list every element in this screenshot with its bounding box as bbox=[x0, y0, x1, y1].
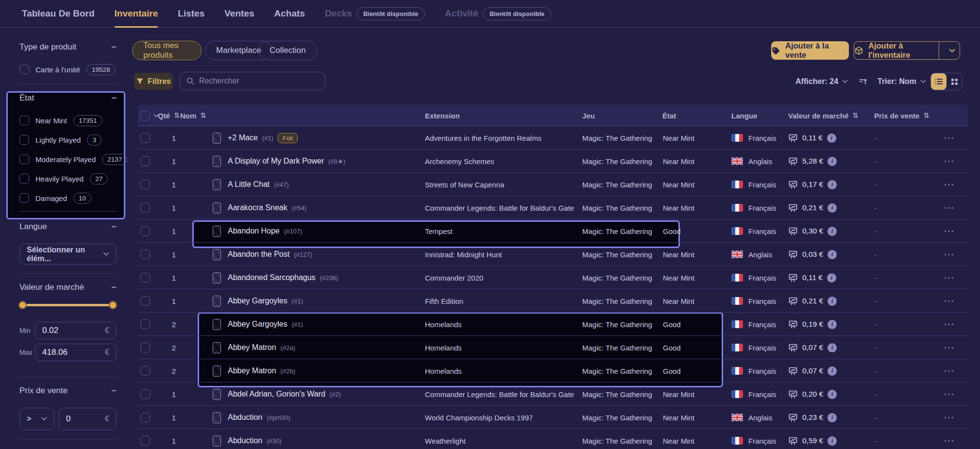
filter-option[interactable]: Moderately Played 2137 bbox=[19, 150, 127, 169]
row-menu-button[interactable]: ⋯ bbox=[944, 313, 963, 336]
table-row[interactable]: 1 +2 Mace (#1) Foil Adventures in the Fo… bbox=[137, 126, 968, 150]
slider-handle-max[interactable] bbox=[109, 301, 117, 309]
row-checkbox[interactable] bbox=[140, 156, 150, 166]
info-icon[interactable]: i bbox=[828, 157, 837, 166]
nav-item[interactable]: Activité Bientôt disponible bbox=[445, 0, 551, 27]
search-input[interactable] bbox=[199, 77, 319, 85]
column-name[interactable]: Nom⇅ bbox=[180, 105, 206, 126]
list-view-button[interactable] bbox=[931, 73, 946, 90]
table-row[interactable]: 1 Aarakocra Sneak (#54) Commander Legend… bbox=[137, 196, 968, 219]
filter-option[interactable]: Heavily Played 27 bbox=[19, 169, 127, 188]
row-checkbox[interactable] bbox=[140, 226, 150, 236]
filter-option[interactable]: Carte à l'unité 19528 bbox=[19, 60, 116, 79]
row-checkbox[interactable] bbox=[140, 366, 150, 376]
row-menu-button[interactable]: ⋯ bbox=[944, 406, 963, 429]
row-checkbox[interactable] bbox=[140, 319, 150, 329]
name-cell[interactable]: Abbey Matron (#2a) bbox=[228, 336, 295, 359]
row-menu-button[interactable]: ⋯ bbox=[944, 266, 963, 289]
name-cell[interactable]: Abdel Adrian, Gorion's Ward (#2) bbox=[228, 382, 341, 406]
collapse-icon[interactable]: − bbox=[111, 282, 117, 293]
market-value-slider[interactable] bbox=[22, 304, 113, 306]
row-checkbox[interactable] bbox=[140, 413, 150, 422]
name-cell[interactable]: Aarakocra Sneak (#54) bbox=[228, 196, 306, 219]
grid-view-button[interactable] bbox=[946, 73, 962, 90]
table-row[interactable]: 2 Abbey Matron (#2b) Homelands Magic: Th… bbox=[137, 359, 968, 382]
row-checkbox[interactable] bbox=[140, 389, 150, 399]
display-count-dropdown[interactable]: Afficher: 24 bbox=[795, 73, 848, 90]
info-icon[interactable]: i bbox=[828, 320, 837, 329]
table-row[interactable]: 1 Abduction (#30) Weatherlight Magic: Th… bbox=[137, 429, 968, 449]
search-field[interactable] bbox=[180, 72, 325, 90]
info-icon[interactable]: i bbox=[828, 297, 837, 306]
info-icon[interactable]: i bbox=[827, 273, 836, 283]
sort-icon[interactable]: ⇅ bbox=[200, 111, 206, 120]
row-checkbox[interactable] bbox=[140, 133, 150, 143]
info-icon[interactable]: i bbox=[828, 250, 837, 259]
filter-checkbox[interactable] bbox=[19, 135, 29, 145]
row-menu-button[interactable]: ⋯ bbox=[944, 173, 963, 196]
min-input[interactable] bbox=[42, 326, 105, 335]
collapse-icon[interactable]: − bbox=[111, 221, 117, 232]
row-checkbox[interactable] bbox=[140, 296, 150, 306]
filter-option[interactable]: Damaged 10 bbox=[19, 188, 127, 208]
max-input[interactable] bbox=[42, 348, 105, 357]
row-menu-button[interactable]: ⋯ bbox=[944, 336, 963, 359]
table-row[interactable]: 1 A Little Chat (#47) Streets of New Cap… bbox=[137, 173, 968, 196]
info-icon[interactable]: i bbox=[828, 390, 837, 399]
name-cell[interactable]: Abbey Gargoyles (#1) bbox=[228, 289, 303, 313]
filter-option[interactable]: Lightly Played 3 bbox=[19, 130, 127, 150]
row-menu-button[interactable]: ⋯ bbox=[944, 429, 963, 449]
collapse-icon[interactable]: − bbox=[111, 42, 117, 52]
row-menu-button[interactable]: ⋯ bbox=[944, 359, 963, 382]
column-sale-price[interactable]: Prix de vente⇅ bbox=[874, 105, 929, 126]
collapse-icon[interactable]: − bbox=[111, 385, 117, 396]
name-cell[interactable]: Abandon Hope (#107) bbox=[228, 219, 302, 243]
chevron-down-icon[interactable] bbox=[944, 49, 960, 53]
sort-icon[interactable]: ⇅ bbox=[174, 111, 180, 120]
filters-button[interactable]: Filtres bbox=[134, 73, 173, 90]
filter-checkbox[interactable] bbox=[19, 116, 29, 125]
row-checkbox[interactable] bbox=[140, 436, 150, 446]
name-cell[interactable]: Abandon the Post (#127) bbox=[228, 243, 312, 266]
nav-item[interactable]: Listes bbox=[178, 0, 204, 27]
info-icon[interactable]: i bbox=[828, 180, 837, 189]
name-cell[interactable]: Abandoned Sarcophagus (#236) bbox=[228, 266, 338, 289]
table-row[interactable]: 1 Abdel Adrian, Gorion's Ward (#2) Comma… bbox=[137, 382, 968, 406]
sort-direction-button[interactable] bbox=[859, 73, 868, 90]
table-row[interactable]: 2 Abbey Gargoyles (#1) Homelands Magic: … bbox=[137, 313, 968, 336]
info-icon[interactable]: i bbox=[828, 227, 837, 236]
filter-checkbox[interactable] bbox=[19, 174, 29, 183]
nav-item[interactable]: Achats bbox=[274, 0, 305, 27]
table-row[interactable]: 2 Abbey Matron (#2a) Homelands Magic: Th… bbox=[137, 336, 968, 359]
info-icon[interactable]: i bbox=[827, 133, 836, 143]
row-checkbox[interactable] bbox=[140, 343, 150, 352]
row-menu-button[interactable]: ⋯ bbox=[944, 150, 963, 173]
market-value-min-field[interactable]: € bbox=[35, 322, 117, 339]
column-market-value[interactable]: Valeur de marché⇅ bbox=[788, 105, 859, 126]
sort-by-dropdown[interactable]: Trier: Nom bbox=[878, 73, 926, 90]
row-checkbox[interactable] bbox=[140, 249, 150, 259]
row-menu-button[interactable]: ⋯ bbox=[944, 126, 963, 150]
name-cell[interactable]: Abduction (#30) bbox=[228, 429, 282, 449]
table-row[interactable]: 1 A Display of My Dark Power (#8★) Arche… bbox=[137, 150, 968, 173]
product-tab[interactable]: Tous mes produits bbox=[132, 41, 202, 60]
name-cell[interactable]: A Little Chat (#47) bbox=[228, 173, 289, 196]
product-tab[interactable]: Collection bbox=[258, 41, 317, 60]
row-checkbox[interactable] bbox=[140, 180, 150, 189]
sale-price-field[interactable]: € bbox=[59, 408, 117, 430]
language-select[interactable]: Sélectionner un élém... bbox=[19, 244, 117, 265]
nav-item[interactable]: Inventaire bbox=[115, 0, 158, 27]
nav-item[interactable]: Decks Bientôt disponible bbox=[325, 0, 425, 27]
row-menu-button[interactable]: ⋯ bbox=[944, 382, 963, 406]
info-icon[interactable]: i bbox=[828, 366, 837, 376]
table-row[interactable]: 1 Abduction (#pm30) World Championship D… bbox=[137, 406, 968, 429]
info-icon[interactable]: i bbox=[828, 203, 837, 213]
collapse-icon[interactable]: − bbox=[111, 93, 117, 103]
slider-handle-min[interactable] bbox=[18, 301, 27, 309]
name-cell[interactable]: Abduction (#pm30) bbox=[228, 406, 290, 429]
row-menu-button[interactable]: ⋯ bbox=[944, 219, 963, 243]
add-to-sale-button[interactable]: Ajouter à la vente bbox=[771, 41, 849, 60]
price-operator-select[interactable]: > bbox=[19, 408, 54, 430]
row-menu-button[interactable]: ⋯ bbox=[944, 196, 963, 219]
filter-checkbox[interactable] bbox=[19, 193, 29, 203]
